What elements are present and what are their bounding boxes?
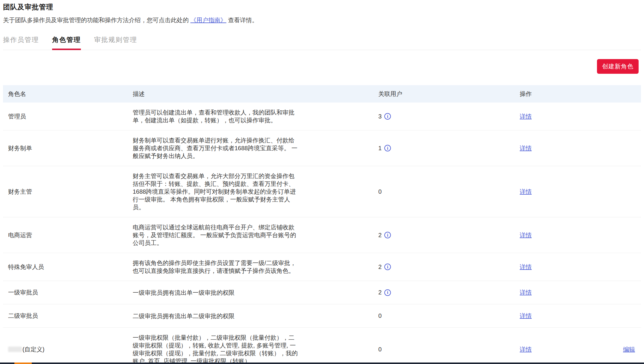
actions-cell: 详情 — [515, 112, 641, 121]
role-name-cell: 电商运营 — [3, 231, 128, 239]
role-name-cell: 财务制单 — [3, 144, 128, 152]
page-title: 团队及审批管理 — [3, 2, 641, 12]
table-row: 财务主管 财务主管可以查看交易账单，允许大部分万里汇的资金操作包括但不限于：转账… — [3, 166, 641, 217]
role-name-cell: 二级审批员 — [3, 312, 128, 320]
role-name: 财务制单 — [8, 145, 32, 151]
table-body: 管理员 管理员可以创建流出单，查看和管理收款人，我的团队和审批单，创建流出单（如… — [3, 103, 641, 364]
details-link[interactable]: 详情 — [520, 345, 532, 354]
role-description-cell: 财务主管可以查看交易账单，允许大部分万里汇的资金操作包括但不限于：转账、提款、换… — [128, 166, 373, 217]
details-link[interactable]: 详情 — [520, 144, 532, 152]
linked-users-count: 0 — [378, 346, 382, 353]
linked-users-count: 0 — [378, 312, 382, 319]
linked-users-count: 2 — [378, 232, 382, 239]
role-description: 拥有该角色的操作员即使主操作员设置了需要一级/二级审批，也可以直接免除审批直接执… — [133, 253, 298, 281]
details-link[interactable]: 详情 — [520, 288, 532, 297]
table-row: 管理员 管理员可以创建流出单，查看和管理收款人，我的团队和审批单，创建流出单（如… — [3, 103, 641, 130]
tab-bar: 操作员管理 角色管理 审批规则管理 — [3, 32, 641, 50]
linked-users-count: 2 — [378, 289, 382, 296]
details-link[interactable]: 详情 — [520, 188, 532, 196]
role-name: 财务主管 — [8, 188, 32, 195]
role-name: 管理员 — [8, 113, 26, 120]
role-name: 特殊免审人员 — [8, 264, 44, 270]
role-description-cell: 拥有该角色的操作员即使主操作员设置了需要一级/二级审批，也可以直接免除审批直接执… — [128, 253, 373, 281]
column-header-role-name: 角色名 — [3, 90, 128, 98]
info-icon[interactable]: i — [384, 232, 391, 238]
page: 团队及审批管理 关于团队多操作员及审批管理的功能和操作方法介绍，您可点击此处的 … — [0, 0, 644, 364]
role-description: 管理员可以创建流出单，查看和管理收款人，我的团队和审批单，创建流出单（如提款，转… — [133, 103, 298, 130]
linked-users-count: 1 — [378, 145, 382, 152]
role-name: (自定义) — [22, 346, 44, 353]
role-description-cell: 一级审批权限（批量付款），二级审批权限（批量付款），二级审批权限（提现），转账,… — [128, 328, 373, 364]
actions-cell: 详情 — [515, 188, 641, 196]
details-link[interactable]: 详情 — [520, 263, 532, 271]
info-icon[interactable]: i — [384, 145, 391, 151]
actions-cell: 详情 — [515, 312, 641, 320]
role-name-cell: (自定义) — [3, 345, 128, 354]
linked-users-cell: 1 i — [373, 145, 515, 152]
linked-users-count: 2 — [378, 264, 382, 270]
linked-users-count: 3 — [378, 113, 382, 120]
tab-approval-rule-management[interactable]: 审批规则管理 — [94, 32, 137, 50]
details-link[interactable]: 详情 — [520, 231, 532, 239]
intro-post-text: 查看详情。 — [226, 17, 258, 23]
table-row: 特殊免审人员 拥有该角色的操作员即使主操作员设置了需要一级/二级审批，也可以直接… — [3, 253, 641, 281]
linked-users-cell: 2 i — [373, 232, 515, 239]
actions-cell: 详情 — [515, 263, 641, 271]
tab-role-management[interactable]: 角色管理 — [52, 32, 81, 50]
edit-link[interactable]: 编辑 — [623, 345, 635, 354]
actions-cell: 详情 — [515, 231, 641, 239]
role-description: 一级审批员拥有流出单一级审批的权限 — [133, 283, 298, 303]
linked-users-cell: 3 i — [373, 113, 515, 120]
role-name: 电商运营 — [8, 232, 32, 238]
table-row: 电商运营 电商运营可以通过全球远航前往电商平台开户、绑定店铺收款账号，及管理结汇… — [3, 217, 641, 253]
redacted-role-text — [8, 347, 22, 352]
intro-pre-text: 关于团队多操作员及审批管理的功能和操作方法介绍，您可点击此处的 — [3, 17, 191, 23]
role-table: 角色名 描述 关联用户 操作 管理员 管理员可以创建流出单，查看和管理收款人，我… — [3, 85, 641, 364]
role-description: 财务主管可以查看交易账单，允许大部分万里汇的资金操作包括但不限于：转账、提款、换… — [133, 166, 298, 217]
info-icon[interactable]: i — [384, 113, 391, 120]
user-guide-link[interactable]: 《用户指南》 — [191, 17, 226, 23]
info-icon[interactable]: i — [384, 264, 391, 270]
intro-text: 关于团队多操作员及审批管理的功能和操作方法介绍，您可点击此处的 《用户指南》 查… — [3, 16, 641, 24]
role-name-cell: 管理员 — [3, 112, 128, 121]
details-link[interactable]: 详情 — [520, 312, 532, 320]
role-description: 一级审批权限（批量付款），二级审批权限（批量付款），二级审批权限（提现），转账,… — [133, 328, 298, 364]
linked-users-cell: 0 — [373, 312, 515, 319]
bottom-edge-bar — [0, 363, 644, 364]
role-description-cell: 二级审批员拥有流出单二级审批的权限 — [128, 306, 373, 326]
create-role-button[interactable]: 创建新角色 — [597, 59, 639, 74]
role-description: 财务制单可以查看交易账单进行对账，允许操作换汇、付款给服务商或者供应商、查看万里… — [133, 130, 298, 166]
table-row: 二级审批员 二级审批员拥有流出单二级审批的权限 0 详情 — [3, 304, 641, 328]
linked-users-count: 0 — [378, 188, 382, 195]
role-description-cell: 管理员可以创建流出单，查看和管理收款人，我的团队和审批单，创建流出单（如提款，转… — [128, 103, 373, 130]
role-name: 一级审批员 — [8, 289, 38, 296]
actions-cell: 详情 — [515, 144, 641, 152]
table-row: 财务制单 财务制单可以查看交易账单进行对账，允许操作换汇、付款给服务商或者供应商… — [3, 130, 641, 166]
role-description-cell: 电商运营可以通过全球远航前往电商平台开户、绑定店铺收款账号，及管理结汇额度。 一… — [128, 217, 373, 253]
table-row: (自定义) 一级审批权限（批量付款），二级审批权限（批量付款），二级审批权限（提… — [3, 328, 641, 364]
column-header-description: 描述 — [128, 90, 373, 98]
role-description: 二级审批员拥有流出单二级审批的权限 — [133, 306, 298, 326]
column-header-actions: 操作 — [515, 90, 641, 98]
linked-users-cell: 2 i — [373, 289, 515, 296]
role-description-cell: 一级审批员拥有流出单一级审批的权限 — [128, 283, 373, 303]
details-link[interactable]: 详情 — [520, 112, 532, 121]
linked-users-cell: 2 i — [373, 264, 515, 270]
bottom-edge-accent — [14, 363, 32, 364]
info-icon[interactable]: i — [384, 289, 391, 296]
table-row: 一级审批员 一级审批员拥有流出单一级审批的权限 2 i 详情 — [3, 281, 641, 304]
tab-operator-management[interactable]: 操作员管理 — [3, 32, 39, 50]
column-header-linked-users: 关联用户 — [373, 90, 515, 98]
table-header-row: 角色名 描述 关联用户 操作 — [3, 85, 641, 103]
role-name-cell: 一级审批员 — [3, 288, 128, 297]
linked-users-cell: 0 — [373, 346, 515, 353]
linked-users-cell: 0 — [373, 188, 515, 195]
actions-cell: 详情 编辑 — [515, 345, 641, 354]
role-description-cell: 财务制单可以查看交易账单进行对账，允许操作换汇、付款给服务商或者供应商、查看万里… — [128, 130, 373, 166]
role-name-cell: 财务主管 — [3, 188, 128, 196]
actions-cell: 详情 — [515, 288, 641, 297]
role-description: 电商运营可以通过全球远航前往电商平台开户、绑定店铺收款账号，及管理结汇额度。 一… — [133, 217, 298, 253]
toolbar: 创建新角色 — [3, 59, 639, 74]
role-name: 二级审批员 — [8, 312, 38, 319]
role-name-cell: 特殊免审人员 — [3, 263, 128, 271]
